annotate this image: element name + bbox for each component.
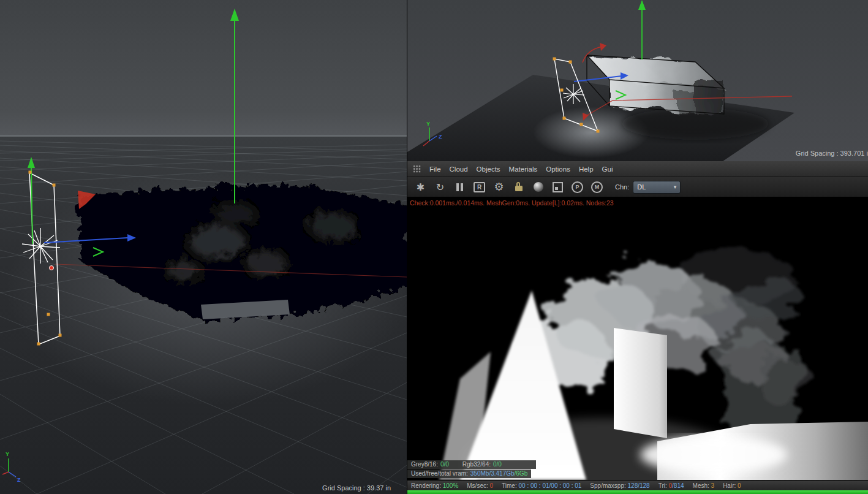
- render-viewport[interactable]: Check:0.001ms./0.014ms. MeshGen:0ms. Upd…: [407, 197, 868, 480]
- gear-icon[interactable]: ⚙: [491, 180, 507, 195]
- render-mode-button[interactable]: R: [472, 180, 487, 195]
- gpu-render-window: File Cloud Objects Materials Options Hel…: [407, 161, 868, 494]
- render-progressbar: [407, 490, 868, 494]
- render-toolbar: ✱ ↻ R ⚙ P M Chn: DL ▾: [407, 177, 868, 197]
- right-panel: Y Z Grid Spacing : 393.701 in File Cloud…: [407, 0, 868, 494]
- vram-label: Used/free/total vram:: [411, 469, 468, 478]
- axis-z-label: Z: [17, 477, 21, 483]
- grid-spacing-label: Grid Spacing : 393.701 in: [796, 150, 868, 157]
- menu-file[interactable]: File: [425, 165, 445, 173]
- viewport-square-icon[interactable]: [550, 180, 565, 195]
- axis-y-label: Y: [426, 121, 430, 127]
- spp-status: Spp/maxspp: 128/128: [590, 482, 649, 489]
- mesh-status: Mesh: 3: [693, 482, 715, 489]
- channel-label: Chn:: [615, 183, 629, 191]
- channel-dropdown[interactable]: DL ▾: [633, 181, 681, 194]
- gizmo-center-handle[interactable]: [50, 266, 54, 270]
- rendering-status: Rendering: 100%: [411, 482, 458, 489]
- refresh-icon[interactable]: ↻: [432, 180, 448, 195]
- vram-used-value: 350Mb/3.417Gb: [470, 469, 515, 478]
- pixel-format-row: Grey8/16:0/0Rgb32/64:0/0: [407, 460, 536, 469]
- perf-stats: Check:0.001ms./0.014ms. MeshGen:0ms. Upd…: [410, 199, 614, 207]
- particles-button[interactable]: P: [570, 180, 585, 195]
- render-menubar: File Cloud Objects Materials Options Hel…: [407, 161, 868, 177]
- axis-y-label: Y: [6, 451, 9, 457]
- menu-cloud[interactable]: Cloud: [445, 165, 472, 173]
- vram-total-value: /6Gb: [515, 469, 528, 478]
- channel-value: DL: [637, 183, 646, 191]
- simulate-icon[interactable]: ✱: [413, 180, 428, 195]
- axis-z-label: Z: [439, 134, 442, 140]
- floor-hotspot: [640, 436, 787, 473]
- smoke-block-right: [717, 335, 812, 435]
- vram-row: Used/free/total vram:350Mb/3.417Gb/6Gb: [407, 469, 531, 478]
- mssec-status: Ms/sec: 0: [467, 482, 493, 489]
- app-root: Y Z Grid Spacing : 39.37 in: [0, 0, 868, 494]
- chevron-down-icon: ▾: [674, 184, 677, 190]
- orthographic-viewport[interactable]: Y Z Grid Spacing : 39.37 in: [0, 0, 407, 494]
- hair-status: Hair: 0: [723, 482, 741, 489]
- tri-status: Tri: 0/814: [659, 482, 684, 489]
- viewport-sky: [0, 0, 407, 136]
- menu-options[interactable]: Options: [542, 165, 575, 173]
- rgb-format-label: Rgb32/64:: [462, 460, 491, 469]
- render-statusbar: Rendering: 100% Ms/sec: 0 Time: 00 : 00 …: [407, 480, 868, 490]
- rgb-format-value: 0/0: [493, 460, 502, 469]
- white-slab: [614, 328, 667, 438]
- grey-format-value: 0/0: [440, 460, 449, 469]
- perspective-viewport[interactable]: Y Z Grid Spacing : 393.701 in: [407, 0, 868, 161]
- pause-icon[interactable]: [452, 180, 467, 195]
- menu-gui[interactable]: Gui: [598, 165, 617, 173]
- time-status: Time: 00 : 00 : 01/00 : 00 : 01: [502, 482, 581, 489]
- menu-objects[interactable]: Objects: [472, 165, 505, 173]
- grid-spacing-label: Grid Spacing : 39.37 in: [322, 484, 391, 492]
- progress-fill: [407, 490, 868, 494]
- grey-format-label: Grey8/16:: [411, 460, 438, 469]
- menu-materials[interactable]: Materials: [505, 165, 542, 173]
- lock-icon[interactable]: [511, 180, 526, 195]
- mesh-button[interactable]: M: [589, 180, 605, 195]
- menu-help[interactable]: Help: [575, 165, 598, 173]
- app-grid-icon[interactable]: [413, 165, 421, 173]
- material-sphere-icon[interactable]: [530, 180, 546, 195]
